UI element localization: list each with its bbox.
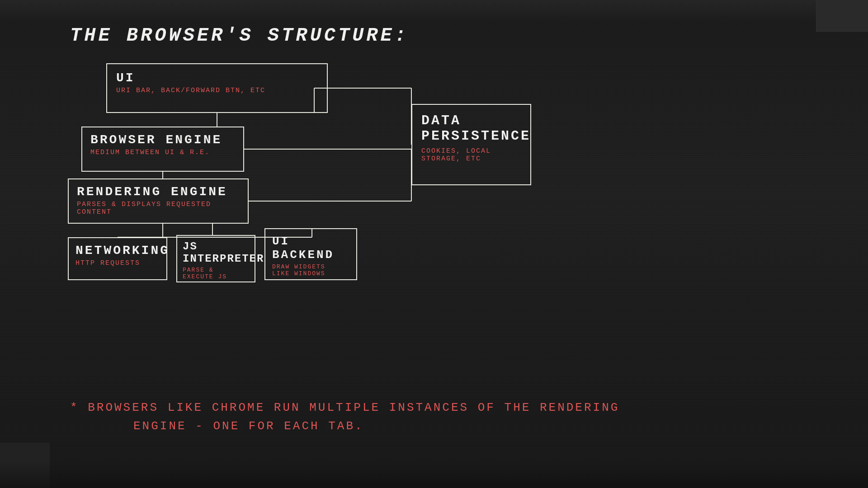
browser-engine-title: BROWSER ENGINE — [90, 133, 235, 147]
ui-backend-title: UIBACKEND — [272, 235, 349, 262]
networking-subtitle: HTTP REQUESTS — [75, 259, 160, 267]
ui-box-title: UI — [116, 71, 318, 85]
rendering-engine-title: RENDERING ENGINE — [77, 185, 240, 199]
data-persistence-subtitle: COOKIES, LOCALSTORAGE, ETC — [421, 147, 521, 163]
page-title: THE BROWSER'S STRUCTURE: — [70, 25, 409, 47]
main-content: THE BROWSER'S STRUCTURE: — [0, 0, 868, 488]
ui-backend-box: UIBACKEND DRAW WIDGETSLIKE WINDOWS — [264, 228, 357, 280]
networking-box: NETWORKING HTTP REQUESTS — [68, 237, 167, 280]
networking-title: NETWORKING — [75, 244, 160, 258]
browser-engine-subtitle: MEDIUM BETWEEN UI & R.E. — [90, 149, 235, 156]
ui-box: UI URI BAR, BACK/FORWARD BTN, ETC — [106, 63, 328, 113]
footer-note: * BROWSERS LIKE CHROME RUN MULTIPLE INST… — [70, 399, 619, 436]
rendering-engine-box: RENDERING ENGINE PARSES & DISPLAYS REQUE… — [68, 178, 249, 224]
ui-backend-subtitle: DRAW WIDGETSLIKE WINDOWS — [272, 263, 349, 277]
data-persistence-title: DATAPERSISTENCE — [421, 113, 521, 144]
browser-engine-box: BROWSER ENGINE MEDIUM BETWEEN UI & R.E. — [81, 127, 244, 172]
ui-box-subtitle: URI BAR, BACK/FORWARD BTN, ETC — [116, 87, 318, 94]
footer-line1: * BROWSERS LIKE CHROME RUN MULTIPLE INST… — [70, 401, 619, 414]
diagram-container: UI URI BAR, BACK/FORWARD BTN, ETC BROWSE… — [68, 63, 565, 312]
footer-line2: ENGINE - ONE FOR EACH TAB. — [70, 419, 364, 433]
data-persistence-box: DATAPERSISTENCE COOKIES, LOCALSTORAGE, E… — [411, 104, 531, 185]
js-interpreter-subtitle: PARSE &EXECUTE JS — [183, 267, 249, 280]
js-interpreter-title: JSINTERPRETER — [183, 240, 249, 265]
rendering-engine-subtitle: PARSES & DISPLAYS REQUESTED CONTENT — [77, 201, 240, 216]
js-interpreter-box: JSINTERPRETER PARSE &EXECUTE JS — [176, 235, 255, 282]
